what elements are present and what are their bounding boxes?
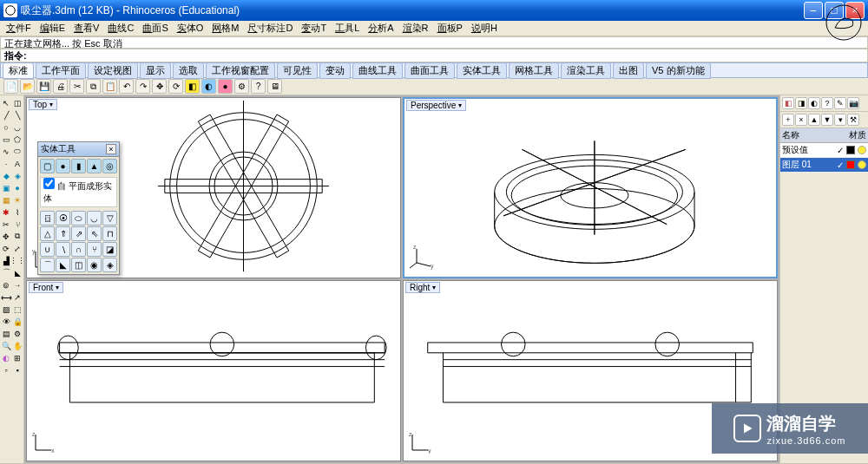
tab-setview[interactable]: 设定视图 — [88, 62, 138, 79]
tab-cplane[interactable]: 工作平面 — [36, 62, 86, 79]
visible-icon[interactable]: ✓ — [837, 160, 844, 170]
redo-icon[interactable]: ↷ — [135, 79, 150, 94]
tab-transform[interactable]: 变动 — [319, 62, 351, 79]
planar-checkbox[interactable] — [43, 178, 55, 189]
viewport-top-label[interactable]: Top▾ — [29, 99, 57, 110]
hole-icon[interactable]: ◉ — [87, 258, 102, 272]
join-icon[interactable]: ⌇ — [12, 206, 23, 218]
surface-icon[interactable]: ◆ — [1, 170, 11, 181]
pyramid-icon[interactable]: △ — [40, 226, 55, 241]
fillet-edge-icon[interactable]: ⌒ — [40, 258, 55, 272]
rotate-icon[interactable]: ⟳ — [168, 79, 183, 94]
new-layer-icon[interactable]: + — [782, 114, 794, 126]
ellipsoid-icon[interactable]: ⬭ — [71, 211, 86, 225]
extrude-srf-icon[interactable]: ⇖ — [87, 226, 102, 241]
tab-surface-tools[interactable]: 曲面工具 — [404, 62, 455, 79]
polygon-icon[interactable]: ⬠ — [12, 134, 23, 145]
zoom-icon[interactable]: 🔍 — [1, 340, 11, 351]
layers-icon[interactable]: ◧ — [185, 79, 200, 94]
split-icon[interactable]: ⑂ — [12, 219, 23, 230]
text-icon[interactable]: A — [12, 158, 23, 169]
ellipse-icon[interactable]: ⬭ — [12, 146, 23, 157]
bool2-icon[interactable]: ◪ — [102, 242, 117, 257]
shell-icon[interactable]: ◫ — [71, 258, 86, 272]
float-titlebar[interactable]: 实体工具 × — [38, 142, 119, 157]
notes-panel-icon[interactable]: ✎ — [834, 97, 846, 109]
layer-tool-icon[interactable]: ▤ — [1, 328, 11, 339]
planar-checkbox-row[interactable]: 自 平面成形实体 — [40, 177, 117, 207]
viewport-front-label[interactable]: Front▾ — [29, 282, 63, 293]
boss-icon[interactable]: ◈ — [102, 258, 117, 272]
bulb-icon[interactable] — [858, 160, 866, 169]
help-icon[interactable]: ? — [251, 79, 266, 94]
point-icon[interactable]: · — [1, 158, 11, 169]
sphere-solid-icon[interactable]: ● — [56, 159, 70, 173]
menu-render[interactable]: 渲染R — [400, 21, 431, 36]
line-icon[interactable]: ╱ — [1, 109, 11, 121]
polyline-icon[interactable]: ╲ — [12, 109, 23, 121]
explode-icon[interactable]: ✱ — [1, 206, 11, 218]
menu-dimension[interactable]: 尺寸标注D — [245, 21, 295, 36]
minimize-button[interactable]: ‒ — [804, 2, 823, 19]
layer-down-icon[interactable]: ▼ — [821, 114, 833, 126]
bool-intersect-icon[interactable]: ∩ — [71, 242, 86, 257]
lasso-icon[interactable]: ◫ — [12, 97, 23, 108]
open-icon[interactable]: 📂 — [20, 79, 35, 94]
monitor-icon[interactable]: 🖥 — [267, 79, 282, 94]
curve-icon[interactable]: ∿ — [1, 146, 11, 157]
menu-transform[interactable]: 变动T — [299, 21, 329, 36]
tab-drafting[interactable]: 出图 — [613, 62, 644, 79]
paraboloid-icon[interactable]: ◡ — [87, 211, 102, 225]
menu-file[interactable]: 文件F — [3, 21, 34, 36]
tab-curve-tools[interactable]: 曲线工具 — [352, 62, 403, 79]
viewport-perspective[interactable]: Perspective▾ — [403, 97, 778, 278]
menu-tools[interactable]: 工具L — [332, 21, 362, 36]
tab-render-tools[interactable]: 渲染工具 — [561, 62, 611, 79]
extrude-icon[interactable]: ⇑ — [56, 226, 70, 241]
bool-union-icon[interactable]: ∪ — [40, 242, 55, 257]
offset-icon[interactable]: ⊚ — [1, 279, 11, 291]
tab-solid-tools[interactable]: 实体工具 — [457, 62, 507, 79]
filter-icon[interactable]: ▾ — [834, 114, 846, 126]
solid-tools-floating-panel[interactable]: 实体工具 × ▢ ● ▮ ▲ ◎ 自 平面成形实体 ⌼ ⦿ ⬭ ◡ ▽ △ ⇑ … — [37, 141, 120, 275]
scale-icon[interactable]: ⤢ — [12, 243, 23, 254]
rotate-tool-icon[interactable]: ⟳ — [1, 243, 11, 254]
leader-icon[interactable]: ↗ — [12, 291, 23, 303]
layer-up-icon[interactable]: ▲ — [808, 114, 820, 126]
misc1-icon[interactable]: ▫ — [1, 364, 11, 376]
display-panel-icon[interactable]: ◐ — [808, 97, 820, 109]
undo-icon[interactable]: ↶ — [119, 79, 134, 94]
tab-display[interactable]: 显示 — [140, 62, 171, 79]
mesh-icon[interactable]: ▦ — [1, 194, 11, 206]
tcone-icon[interactable]: ▽ — [102, 211, 117, 225]
sphere-icon[interactable]: ● — [12, 182, 23, 193]
options-icon[interactable]: ⚙ — [234, 79, 249, 94]
group-icon[interactable]: ⬚ — [12, 304, 23, 315]
viewport-perspective-label[interactable]: Perspective▾ — [406, 100, 466, 111]
menu-panels[interactable]: 面板P — [435, 21, 465, 36]
menu-analyze[interactable]: 分析A — [365, 21, 396, 36]
menu-help[interactable]: 说明H — [469, 21, 500, 36]
move-tool-icon[interactable]: ✥ — [1, 231, 11, 242]
cone-solid-icon[interactable]: ▲ — [87, 159, 102, 173]
paste-icon[interactable]: 📋 — [102, 79, 117, 94]
menu-view[interactable]: 查看V — [71, 21, 102, 36]
box-solid-icon[interactable]: ▢ — [40, 159, 55, 173]
print-icon[interactable]: 🖨 — [53, 79, 68, 94]
dim-icon[interactable]: ⟷ — [1, 291, 11, 303]
layer-row-01[interactable]: 图层 01 ✓ — [780, 158, 868, 173]
color-swatch[interactable] — [846, 146, 855, 154]
render-tool-icon[interactable]: ☀ — [12, 194, 23, 206]
box-icon[interactable]: ▣ — [1, 182, 11, 193]
trim-icon[interactable]: ✂ — [1, 219, 11, 230]
tab-select[interactable]: 选取 — [173, 62, 204, 79]
tube-icon[interactable]: ⌼ — [40, 211, 55, 225]
render-icon[interactable]: ● — [218, 79, 233, 94]
save-icon[interactable]: 💾 — [36, 79, 51, 94]
visible-icon[interactable]: ✓ — [837, 146, 844, 155]
move-icon[interactable]: ✥ — [152, 79, 167, 94]
rect-icon[interactable]: ▭ — [1, 134, 11, 145]
menu-mesh[interactable]: 网格M — [209, 21, 241, 36]
cut-icon[interactable]: ✂ — [69, 79, 84, 94]
properties-icon[interactable]: ◐ — [201, 79, 216, 94]
